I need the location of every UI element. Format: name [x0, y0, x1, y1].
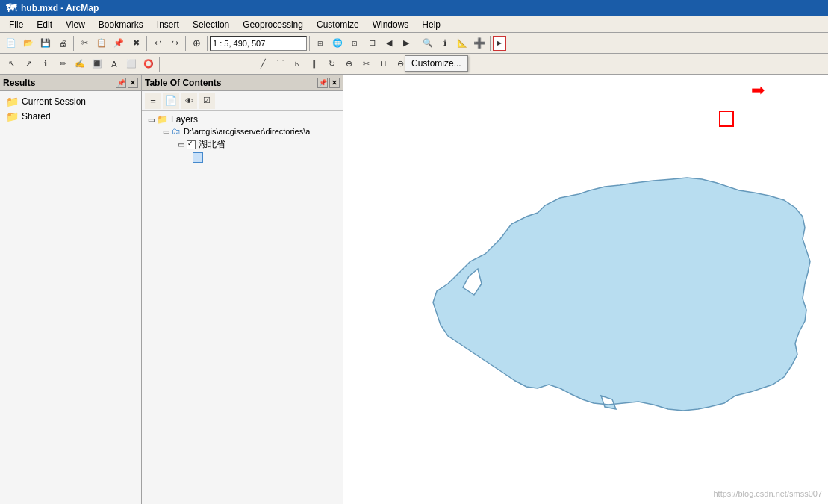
menu-selection[interactable]: Selection: [187, 18, 235, 31]
toc-tree: ▭ 📁 Layers ▭ 🗂 D:\arcgis\arcgisserver\di…: [142, 111, 343, 167]
menu-geoprocessing[interactable]: Geoprocessing: [237, 18, 309, 31]
sep4: [207, 36, 208, 51]
menu-insert[interactable]: Insert: [151, 18, 185, 31]
red-box-annotation: [719, 111, 734, 127]
copy-button[interactable]: 📋: [93, 35, 110, 52]
results-header-controls: 📌 ✕: [116, 78, 138, 88]
full-extent-button[interactable]: ⊡: [346, 35, 363, 52]
paste-button[interactable]: 📌: [110, 35, 127, 52]
zoom-in-fixed-button[interactable]: ⊞: [312, 35, 329, 52]
sep3: [185, 36, 186, 51]
save-button[interactable]: 💾: [37, 35, 54, 52]
hubei-layer-item[interactable]: ▭ 湖北省: [145, 137, 340, 152]
results-close-button[interactable]: ✕: [128, 78, 138, 88]
identify-button[interactable]: ℹ: [437, 35, 453, 52]
print-button[interactable]: 🖨: [55, 35, 71, 52]
map-area[interactable]: ➡ https://blog.csdn.net/smss007: [343, 75, 828, 504]
sep5: [309, 36, 310, 51]
scale-input[interactable]: 1 : 5, 490, 507: [210, 36, 307, 51]
sep2: [146, 36, 147, 51]
layers-root[interactable]: ▭ 📁 Layers: [145, 113, 340, 125]
layer-path-expander: ▭: [163, 128, 170, 136]
toc-pin-button[interactable]: 📌: [317, 78, 328, 88]
layer-path-icon: 🗂: [172, 126, 181, 137]
new-button[interactable]: 📄: [3, 35, 19, 52]
results-title: Results: [3, 78, 35, 88]
results-header: Results 📌 ✕: [0, 75, 141, 91]
toolbar1: 📄 📂 💾 🖨 ✂ 📋 📌 ✖ ↩ ↪ ⊕ 1 : 5, 490, 507 ⊞ …: [0, 33, 828, 54]
identify-tool-button[interactable]: ℹ: [37, 56, 54, 72]
circle-select-button[interactable]: ⭕: [140, 56, 157, 72]
toolbar-expand-button[interactable]: ▶: [493, 36, 506, 51]
layers-folder-icon: 📁: [157, 114, 168, 125]
results-pin-button[interactable]: 📌: [116, 78, 126, 88]
toc-toolbar: ≡ 📄 👁 ☑: [142, 91, 343, 111]
menu-windows[interactable]: Windows: [367, 18, 415, 31]
toc-list-by-selection[interactable]: ☑: [199, 93, 215, 109]
sep1: [73, 36, 74, 51]
layer-path-label: D:\arcgis\arcgisserver\directories\a: [184, 127, 310, 136]
select-arrow-button[interactable]: ↗: [20, 56, 37, 72]
toc-close-button[interactable]: ✕: [329, 78, 340, 88]
perpendicular-button[interactable]: ⊾: [289, 56, 305, 72]
current-session-item[interactable]: 📁 Current Session: [3, 94, 138, 109]
menu-edit[interactable]: Edit: [31, 18, 58, 31]
sketch-button[interactable]: ✍: [72, 56, 88, 72]
redo-button[interactable]: ↪: [166, 35, 183, 52]
menu-bar: File Edit View Bookmarks Insert Selectio…: [0, 16, 828, 33]
curve-button[interactable]: ⌒: [272, 56, 288, 72]
toc-header: Table Of Contents 📌 ✕: [142, 75, 343, 91]
current-session-icon: 📁: [6, 96, 19, 108]
measure-button[interactable]: 📐: [454, 35, 470, 52]
main-layout: Results 📌 ✕ 📁 Current Session 📁 Shared T…: [0, 75, 828, 504]
title-bar: 🗺 hub.mxd - ArcMap: [0, 0, 828, 16]
symbol-item: [145, 152, 340, 164]
edit-vertices-button[interactable]: ✏: [55, 56, 71, 72]
cut-button[interactable]: ✂: [76, 35, 93, 52]
hubei-checkbox[interactable]: [187, 140, 196, 149]
toc-list-by-drawing-order[interactable]: ≡: [145, 93, 161, 109]
menu-help[interactable]: Help: [416, 18, 446, 31]
union-button[interactable]: ⊔: [375, 56, 391, 72]
select-features-button[interactable]: ⬜: [123, 56, 140, 72]
annotation-button[interactable]: A: [106, 56, 122, 72]
add-data-button[interactable]: ➕: [471, 35, 488, 52]
undo-button[interactable]: ↩: [149, 35, 166, 52]
toc-list-by-source[interactable]: 📄: [163, 93, 179, 109]
app-title: hub.mxd - ArcMap: [21, 3, 99, 13]
app-icon: 🗺: [6, 2, 16, 14]
menu-view[interactable]: View: [60, 18, 91, 31]
shared-item[interactable]: 📁 Shared: [3, 109, 138, 124]
layers-expander: ▭: [148, 116, 155, 124]
find-button[interactable]: 🔍: [420, 35, 436, 52]
sep8: [159, 57, 160, 72]
back-button[interactable]: ◀: [381, 35, 397, 52]
shared-label: Shared: [22, 111, 51, 122]
watermark: https://blog.csdn.net/smss007: [713, 489, 822, 498]
html-popup-button[interactable]: 🔳: [89, 56, 105, 72]
symbol-icon: [193, 152, 203, 163]
toc-list-by-visibility[interactable]: 👁: [181, 93, 197, 109]
globe-button[interactable]: 🌐: [329, 35, 346, 52]
forward-button[interactable]: ▶: [398, 35, 414, 52]
edit-tool-button[interactable]: ↖: [3, 56, 19, 72]
delete-button[interactable]: ✖: [128, 35, 144, 52]
red-arrow-annotation: ➡: [751, 81, 765, 100]
hubei-map-svg: [388, 149, 814, 448]
layer-path-item[interactable]: ▭ 🗂 D:\arcgis\arcgisserver\directories\a: [145, 125, 340, 137]
menu-bookmarks[interactable]: Bookmarks: [93, 18, 149, 31]
clip-button[interactable]: ✂: [358, 56, 374, 72]
menu-customize[interactable]: Customize: [311, 18, 365, 31]
edit2-button[interactable]: ╱: [255, 56, 271, 72]
open-button[interactable]: 📂: [20, 35, 37, 52]
menu-file[interactable]: File: [3, 18, 29, 31]
toc-panel: Table Of Contents 📌 ✕ ≡ 📄 👁 ☑ ▭ 📁 Layers…: [142, 75, 343, 504]
zoom-to-layer-button[interactable]: ⊟: [364, 35, 380, 52]
sep9: [252, 57, 252, 72]
navigate-button[interactable]: ⊕: [188, 35, 205, 52]
scale2-button[interactable]: ⊕: [340, 56, 357, 72]
customize-popup[interactable]: Customize...: [405, 55, 468, 72]
rotate-button[interactable]: ↻: [323, 56, 340, 72]
layers-label: Layers: [171, 114, 198, 125]
parallel-button[interactable]: ∥: [306, 56, 323, 72]
